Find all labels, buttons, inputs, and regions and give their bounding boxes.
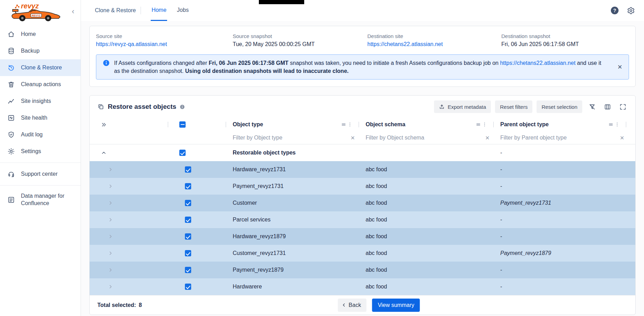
sidebar-item-audit-log[interactable]: Audit log bbox=[0, 126, 81, 143]
table-row[interactable]: Parcel services abc food - bbox=[90, 211, 635, 228]
alert-destination-link[interactable]: https://chetans22.atlassian.net bbox=[500, 60, 575, 66]
column-header-icons bbox=[475, 122, 487, 127]
total-selected-value: 8 bbox=[139, 302, 142, 308]
row-checkbox[interactable] bbox=[185, 267, 191, 273]
info-dot-icon[interactable] bbox=[180, 104, 185, 110]
sidebar-item-home[interactable]: Home bbox=[0, 26, 81, 43]
row-checkbox[interactable] bbox=[185, 166, 191, 173]
column-menu-icon[interactable] bbox=[475, 122, 481, 127]
tab-jobs[interactable]: Jobs bbox=[176, 0, 189, 21]
chevron-up-icon[interactable] bbox=[101, 150, 107, 156]
breadcrumb-divider bbox=[141, 7, 141, 14]
chevron-right-icon[interactable] bbox=[108, 200, 113, 206]
cell-parent-object-type: - bbox=[494, 217, 635, 223]
sidebar-item-site-health[interactable]: Site health bbox=[0, 110, 81, 126]
cell-object-type: Hardware_revyz1879 bbox=[226, 233, 359, 240]
sidebar-item-site-insights[interactable]: Site insights bbox=[0, 93, 81, 110]
chevron-right-icon[interactable] bbox=[108, 267, 113, 273]
table-row[interactable]: Hardware_revyz1731 abc food - bbox=[90, 161, 635, 178]
table-row[interactable]: Customer abc food Payment_revyz1731 bbox=[90, 195, 635, 211]
back-button[interactable]: Back bbox=[338, 299, 367, 312]
reset-selection-button[interactable]: Reset selection bbox=[537, 100, 582, 113]
destination-site-label: Destination site bbox=[367, 33, 495, 39]
sidebar-item-clone-restore[interactable]: Clone & Restore bbox=[0, 59, 81, 76]
column-header-object-schema: Object schema bbox=[359, 118, 494, 131]
clear-filter-icon[interactable]: × bbox=[620, 134, 624, 141]
alert-bold-date: Fri, 06 Jun 2025 06:17:58 GMT bbox=[209, 60, 289, 66]
table-row[interactable]: Payment_revyz1879 abc food - bbox=[90, 262, 635, 278]
cell-object-type: Customer bbox=[226, 200, 359, 206]
cell-object-type: Payment_revyz1731 bbox=[226, 183, 359, 189]
chevron-right-icon[interactable] bbox=[108, 250, 113, 256]
sidebar-item-label: Settings bbox=[21, 148, 41, 155]
columns-icon[interactable] bbox=[602, 101, 613, 112]
chevron-right-icon[interactable] bbox=[108, 217, 113, 223]
column-menu-icon[interactable] bbox=[608, 122, 614, 127]
fullscreen-icon[interactable] bbox=[617, 101, 628, 112]
source-site-field: Source site https://revyz-qa.atlassian.n… bbox=[90, 33, 226, 47]
data-manager-icon bbox=[7, 196, 15, 204]
settings-gear-icon[interactable] bbox=[627, 7, 635, 15]
table-header-row: Object type Object schema Parent object … bbox=[90, 118, 635, 131]
sidebar-item-support-center[interactable]: Support center bbox=[0, 166, 81, 182]
sidebar-collapse-icon[interactable]: ‹ bbox=[72, 8, 74, 15]
help-icon[interactable]: ? bbox=[611, 7, 619, 14]
breadcrumb[interactable]: Clone & Restore bbox=[95, 7, 136, 14]
group-expand-cell bbox=[90, 150, 168, 156]
row-checkbox[interactable] bbox=[185, 183, 191, 189]
destination-site-link[interactable]: https://chetans22.atlassian.net bbox=[367, 41, 443, 47]
clear-filter-icon[interactable]: × bbox=[485, 134, 489, 141]
expand-all-icon[interactable] bbox=[101, 122, 107, 128]
cell-object-type: Parcel services bbox=[226, 217, 359, 223]
filter-parent-object-type-input[interactable] bbox=[500, 135, 618, 141]
chevron-right-icon[interactable] bbox=[108, 183, 113, 189]
row-checkbox[interactable] bbox=[185, 200, 191, 206]
filter-object-type-input[interactable] bbox=[233, 135, 349, 141]
sidebar-item-label: Cleanup actions bbox=[21, 81, 61, 88]
row-checkbox[interactable] bbox=[185, 233, 191, 240]
close-icon[interactable]: ✕ bbox=[617, 64, 622, 70]
column-more-icon[interactable] bbox=[482, 122, 487, 127]
group-checkbox[interactable] bbox=[179, 150, 186, 156]
column-more-icon[interactable] bbox=[347, 122, 353, 127]
backup-icon bbox=[7, 47, 15, 55]
chevron-right-icon[interactable] bbox=[108, 234, 113, 239]
view-summary-button[interactable]: View summary bbox=[372, 299, 420, 312]
header-expand-column bbox=[90, 118, 168, 131]
clear-filters-icon[interactable] bbox=[586, 101, 598, 112]
chevron-right-icon[interactable] bbox=[108, 167, 113, 172]
table-group-row[interactable]: Restorable object types - bbox=[90, 144, 635, 161]
row-checkbox[interactable] bbox=[185, 217, 191, 223]
table-row[interactable]: Payment_revyz1731 abc food - bbox=[90, 178, 635, 195]
table-row[interactable]: Customer_revyz1731 abc food Payment_revy… bbox=[90, 245, 635, 262]
export-metadata-button[interactable]: Export metadata bbox=[434, 100, 491, 113]
source-snapshot-label: Source snapshot bbox=[233, 33, 361, 39]
group-checkbox-cell bbox=[168, 150, 226, 156]
trash-icon bbox=[7, 81, 15, 88]
chevron-right-icon[interactable] bbox=[108, 284, 113, 289]
tab-home[interactable]: Home bbox=[151, 0, 167, 21]
table-row[interactable]: Hardwarere abc food - bbox=[90, 278, 635, 295]
sidebar-item-backup[interactable]: Backup bbox=[0, 43, 81, 59]
cell-parent-object-type: Payment_revyz1731 bbox=[494, 200, 635, 206]
table-row[interactable]: Hardware_revyz1879 abc food - bbox=[90, 228, 635, 245]
column-more-icon[interactable] bbox=[614, 122, 620, 127]
sidebar-item-label: Site health bbox=[21, 115, 47, 121]
select-all-checkbox[interactable] bbox=[179, 121, 186, 128]
source-site-link[interactable]: https://revyz-qa.atlassian.net bbox=[96, 41, 167, 47]
table-filter-row: × × × bbox=[90, 131, 635, 144]
total-selected-label: Total selected: bbox=[97, 302, 136, 308]
clear-filter-icon[interactable]: × bbox=[351, 134, 355, 141]
column-label: Parent object type bbox=[500, 121, 549, 128]
filter-object-schema-input[interactable] bbox=[366, 135, 483, 141]
header-checkbox-column bbox=[168, 118, 226, 131]
reset-filters-button[interactable]: Reset filters bbox=[495, 100, 532, 113]
row-checkbox[interactable] bbox=[185, 284, 191, 290]
destination-snapshot-label: Destination snapshot bbox=[501, 33, 635, 39]
sidebar-item-data-manager[interactable]: Data manager for Confluence bbox=[0, 188, 81, 211]
sidebar-item-settings[interactable]: Settings bbox=[0, 143, 81, 160]
sidebar-item-cleanup-actions[interactable]: Cleanup actions bbox=[0, 76, 81, 93]
column-menu-icon[interactable] bbox=[341, 122, 346, 127]
row-checkbox[interactable] bbox=[185, 250, 191, 256]
home-icon bbox=[7, 30, 15, 38]
